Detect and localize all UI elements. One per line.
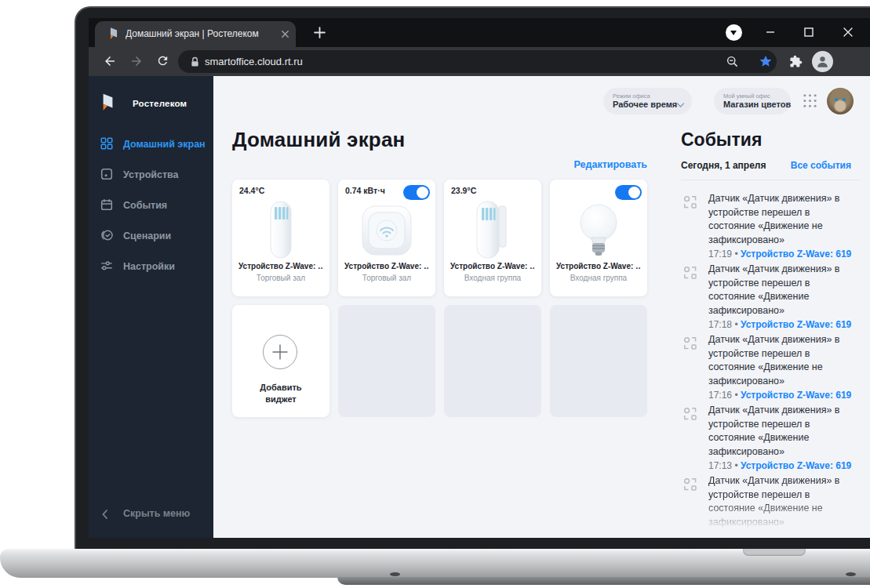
door-sensor-image — [444, 200, 541, 263]
sidebar-item-home[interactable]: Домашний экран — [89, 135, 213, 155]
event-time: 17:16 — [708, 390, 732, 401]
grid-icon — [100, 136, 114, 154]
brand-label: Ростелеком — [133, 99, 187, 108]
plus-circle-icon — [263, 335, 297, 369]
widget-status: 24.4°C — [239, 186, 264, 195]
events-divider — [681, 180, 861, 180]
bookmark-star-icon[interactable] — [759, 54, 773, 71]
motion-sensor-image — [232, 200, 329, 263]
event-time: 17:18 — [708, 319, 732, 330]
event-text: Датчик «Датчик движения» в устройстве пе… — [708, 404, 846, 459]
event-time: 17:19 — [708, 249, 732, 260]
events-panel-title: События — [681, 129, 762, 151]
sensor-device-icon — [683, 265, 698, 284]
device-icon — [100, 167, 114, 184]
power-toggle-on[interactable] — [403, 185, 430, 200]
office-mode-dropdown[interactable]: Режим офиса Рабочее время — [603, 88, 692, 114]
lock-icon — [191, 56, 199, 71]
widget-location: Входная группа — [556, 274, 641, 282]
empty-widget-slot — [338, 305, 435, 417]
forward-button[interactable] — [129, 54, 144, 68]
sidebar: Ростелеком Домашний экран — [89, 76, 213, 538]
window-maximize-button[interactable] — [803, 27, 814, 38]
widget-name: Устройство Z-Wave: … — [344, 262, 429, 270]
office-mode-value: Рабочее время — [613, 100, 677, 109]
event-device-link[interactable]: Устройство Z-Wave: 619 — [741, 390, 851, 401]
widget-card-temperature-sensor[interactable]: 24.4°C Устройство Z-Wave: … Торговый зал — [232, 180, 329, 296]
event-separator: • — [734, 390, 737, 401]
browser-window: Домашний экран | Ростелеком — [89, 18, 870, 538]
widget-grid: 24.4°C Устройство Z-Wave: … Торговый зал… — [232, 180, 647, 417]
rostelecom-logo-icon — [100, 93, 116, 114]
smart-office-app: Ростелеком Домашний экран — [89, 76, 870, 538]
widget-location: Входная группа — [450, 274, 535, 282]
new-tab-button[interactable] — [313, 26, 326, 39]
event-item: Датчик «Датчик движения» в устройстве пе… — [681, 192, 863, 262]
user-avatar[interactable] — [827, 88, 854, 114]
apps-grid-icon[interactable] — [803, 93, 818, 109]
widget-status: 0.74 кВт·ч — [345, 186, 385, 195]
event-device-link[interactable]: Устройство Z-Wave: 619 — [741, 249, 851, 260]
office-mode-label: Режим офиса — [613, 93, 650, 100]
event-item: Датчик «Датчик движения» в устройстве пе… — [681, 333, 863, 403]
office-selector[interactable]: Мой умный офис Магазин цветов — [714, 88, 791, 114]
reload-button[interactable] — [156, 54, 170, 68]
sidebar-item-label: Сценарии — [123, 230, 171, 241]
chevron-down-icon — [676, 97, 685, 111]
event-item: Датчик «Датчик движения» в устройстве пе… — [681, 474, 863, 538]
url-text: smartoffice.cloud.rt.ru — [205, 56, 303, 67]
event-device-link[interactable]: Устройство Z-Wave: 619 — [741, 319, 851, 330]
sidebar-item-settings[interactable]: Настройки — [89, 257, 213, 278]
all-events-link[interactable]: Все события — [763, 160, 851, 171]
widget-card-smart-plug[interactable]: 0.74 кВт·ч Устройство Z-Wave: … — [338, 180, 435, 296]
address-bar[interactable]: smartoffice.cloud.rt.ru — [178, 50, 777, 73]
sliders-icon — [100, 259, 114, 276]
sensor-device-icon — [683, 406, 698, 425]
sensor-device-icon — [683, 336, 698, 354]
power-toggle-on[interactable] — [615, 185, 642, 200]
tab-close-icon[interactable] — [280, 29, 290, 39]
browser-tab-strip: Домашний экран | Ростелеком — [89, 18, 870, 47]
browser-toolbar: smartoffice.cloud.rt.ru — [89, 47, 870, 76]
window-close-button[interactable] — [843, 27, 854, 38]
light-bulb-image — [550, 203, 647, 263]
collapse-menu-label: Скрыть меню — [123, 508, 190, 519]
browser-tab[interactable]: Домашний экран | Ростелеком — [95, 21, 296, 47]
tab-title: Домашний экран | Ростелеком — [126, 28, 259, 39]
faded-timestamp-placeholder — [708, 534, 840, 538]
rostelecom-brand: Ростелеком — [100, 93, 209, 117]
add-widget-label: Добавить виджет — [254, 382, 308, 405]
window-minimize-button[interactable] — [765, 27, 776, 38]
page-title: Домашний экран — [232, 128, 406, 152]
zoom-out-indicator-icon[interactable] — [726, 55, 739, 71]
sidebar-item-devices[interactable]: Устройства — [89, 165, 213, 186]
widget-card-door-sensor[interactable]: 23.9°C Устройство Z-Wave: … Входная груп… — [444, 180, 541, 296]
sidebar-item-events[interactable]: События — [89, 196, 213, 216]
laptop-base-bottom-edge — [337, 577, 870, 585]
browser-menu-icon[interactable] — [846, 54, 850, 68]
office-selector-value: Магазин цветов — [723, 100, 791, 109]
event-device-link[interactable]: Устройство Z-Wave: 619 — [741, 460, 851, 471]
widget-location: Торговый зал — [344, 274, 429, 282]
widget-location: Торговый зал — [238, 274, 323, 282]
browser-profile-avatar[interactable] — [812, 51, 833, 72]
event-separator: • — [734, 460, 737, 471]
sidebar-item-label: Настройки — [123, 261, 175, 272]
collapse-menu-button[interactable]: Скрыть меню — [89, 506, 213, 524]
laptop-foot — [846, 572, 856, 576]
event-separator: • — [734, 249, 737, 260]
event-time: 17:13 — [708, 460, 732, 471]
media-controls-button[interactable] — [726, 24, 742, 41]
event-text: Датчик «Датчик движения» в устройстве пе… — [708, 263, 846, 318]
rostelecom-favicon-icon — [108, 27, 119, 45]
extensions-puzzle-icon[interactable] — [789, 55, 803, 69]
empty-widget-slot — [444, 305, 541, 417]
sidebar-item-scenarios[interactable]: Сценарии — [89, 227, 213, 247]
edit-widgets-link[interactable]: Редактировать — [232, 159, 647, 170]
widget-name: Устройство Z-Wave: … — [238, 262, 323, 270]
event-item: Датчик «Датчик движения» в устройстве пе… — [681, 404, 863, 474]
laptop-hinge-notch — [743, 549, 806, 556]
add-widget-card[interactable]: Добавить виджет — [232, 305, 329, 417]
back-button[interactable] — [103, 54, 117, 68]
widget-card-light-bulb[interactable]: Устройство Z-Wave: … Входная группа — [550, 180, 647, 296]
